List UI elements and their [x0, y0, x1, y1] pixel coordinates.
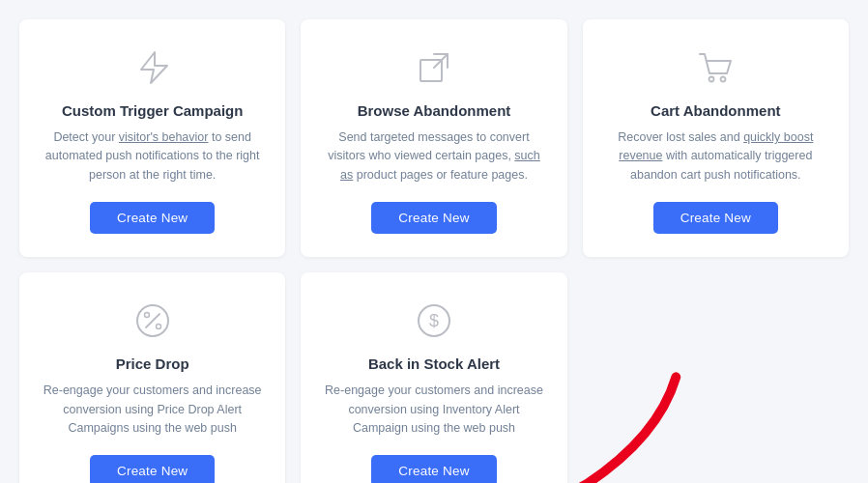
card-title: Browse Abandonment: [358, 102, 511, 119]
card-title: Price Drop: [116, 355, 189, 372]
card-description: Detect your visitor's behavior to send a…: [43, 128, 262, 185]
percent-icon: [131, 299, 174, 342]
card-title: Back in Stock Alert: [368, 355, 500, 372]
card-back-in-stock: $ Back in Stock Alert Re-engage your cus…: [301, 272, 566, 483]
card-description: Re-engage your customers and increase co…: [324, 382, 543, 438]
card-custom-trigger: Custom Trigger Campaign Detect your visi…: [19, 19, 285, 257]
card-browse-abandonment: Browse Abandonment Send targeted message…: [301, 19, 566, 257]
create-new-button[interactable]: Create New: [653, 202, 778, 234]
svg-text:$: $: [429, 311, 439, 330]
card-description: Send targeted messages to convert visito…: [324, 128, 543, 185]
create-new-button[interactable]: Create New: [371, 455, 496, 483]
svg-point-2: [721, 77, 726, 82]
create-new-button[interactable]: Create New: [90, 202, 215, 234]
card-description: Recover lost sales and quickly boost rev…: [606, 128, 825, 185]
svg-point-1: [709, 77, 714, 82]
create-new-button[interactable]: Create New: [90, 455, 215, 483]
card-title: Cart Abandonment: [651, 102, 780, 119]
link-external-icon: [413, 46, 455, 89]
card-price-drop: Price Drop Re-engage your customers and …: [19, 272, 285, 483]
card-cart-abandonment: Cart Abandonment Recover lost sales and …: [583, 19, 849, 257]
dollar-icon: $: [413, 299, 455, 342]
svg-point-5: [156, 325, 160, 329]
lightning-icon: [131, 46, 174, 89]
cart-icon: [694, 46, 737, 89]
create-new-button[interactable]: Create New: [371, 202, 496, 234]
svg-point-4: [144, 313, 149, 318]
campaign-grid: Custom Trigger Campaign Detect your visi…: [19, 19, 849, 483]
card-description: Re-engage your customers and increase co…: [43, 382, 262, 438]
card-title: Custom Trigger Campaign: [62, 102, 244, 119]
